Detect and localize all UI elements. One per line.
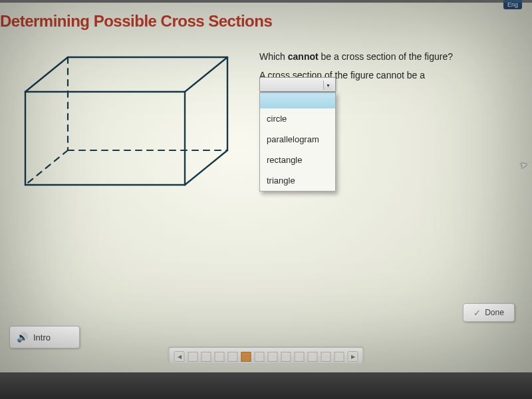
progress-cell[interactable] bbox=[201, 352, 211, 362]
progress-cell[interactable] bbox=[228, 352, 238, 362]
lesson-screen: Eng Determining Possible Cross Sections bbox=[0, 0, 532, 372]
progress-cell[interactable] bbox=[268, 352, 278, 362]
figure-prism bbox=[13, 48, 233, 194]
q-line1-post: be a cross section of the figure? bbox=[319, 51, 453, 62]
progress-cell[interactable] bbox=[241, 352, 251, 362]
dropdown-option-circle[interactable]: circle bbox=[260, 108, 335, 129]
nav-prev-button[interactable]: ◀ bbox=[174, 351, 185, 362]
q-line1-pre: Which bbox=[259, 51, 288, 62]
check-icon: ✓ bbox=[473, 308, 481, 318]
cursor-icon: ➤ bbox=[519, 159, 529, 172]
progress-cell[interactable] bbox=[308, 352, 318, 362]
progress-cell[interactable] bbox=[281, 352, 291, 362]
q-line1-bold: cannot bbox=[288, 51, 319, 62]
dropdown-button[interactable]: ▼ bbox=[259, 77, 336, 92]
chevron-down-icon: ▼ bbox=[323, 80, 332, 90]
dropdown-list: circle parallelogram rectangle triangle bbox=[259, 92, 336, 192]
progress-cells bbox=[188, 352, 344, 362]
progress-cell[interactable] bbox=[334, 352, 344, 362]
done-label: Done bbox=[485, 308, 504, 317]
monitor-bezel bbox=[0, 372, 532, 399]
progress-nav: ◀ ▶ bbox=[169, 347, 364, 363]
progress-cell[interactable] bbox=[295, 352, 305, 362]
answer-dropdown[interactable]: ▼ circle parallelogram rectangle triangl… bbox=[259, 77, 336, 192]
speaker-icon: 🔊 bbox=[17, 332, 28, 342]
done-button[interactable]: ✓ Done bbox=[463, 303, 515, 322]
dropdown-option-blank[interactable] bbox=[260, 92, 335, 108]
progress-cell[interactable] bbox=[215, 352, 225, 362]
language-tab[interactable]: Eng bbox=[503, 0, 522, 9]
progress-cell[interactable] bbox=[321, 352, 331, 362]
intro-label: Intro bbox=[33, 332, 51, 342]
nav-next-button[interactable]: ▶ bbox=[348, 351, 358, 362]
dropdown-option-parallelogram[interactable]: parallelogram bbox=[260, 129, 335, 150]
progress-cell[interactable] bbox=[188, 352, 198, 362]
dropdown-option-triangle[interactable]: triangle bbox=[260, 170, 335, 191]
dropdown-option-rectangle[interactable]: rectangle bbox=[260, 150, 335, 170]
intro-button[interactable]: 🔊 Intro bbox=[9, 326, 80, 348]
progress-cell[interactable] bbox=[255, 352, 265, 362]
page-title: Determining Possible Cross Sections bbox=[0, 12, 272, 31]
